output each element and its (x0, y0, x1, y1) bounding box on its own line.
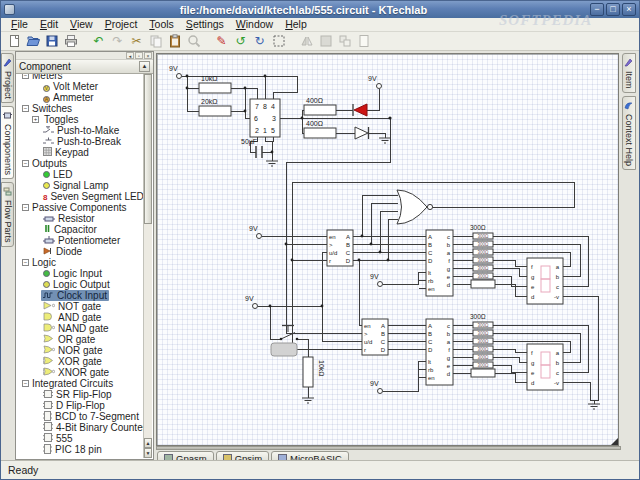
sidebar-item-wrap: Logic Input (41, 268, 104, 279)
sidebar-item-pic-18-pin[interactable]: PIC 18 pin (17, 444, 143, 455)
sidebar-item-logic-input[interactable]: Logic Input (17, 268, 143, 279)
svg-text:C: C (381, 339, 386, 345)
open-file-button[interactable] (24, 33, 42, 50)
circuit-schematic[interactable]: 9V 9V 9V 9V 9V 9V 10kΩ 20kΩ (157, 54, 620, 447)
menu-help[interactable]: Help (279, 18, 313, 31)
sidebar-item-push-to-make[interactable]: Push-to-Make (17, 125, 143, 136)
collapse-icon[interactable]: − (22, 204, 29, 211)
seven-segment-display-1[interactable]: f g e d a b c -v (527, 258, 563, 304)
sidebar-item-led[interactable]: LED (17, 169, 143, 180)
collapse-icon[interactable]: − (22, 105, 29, 112)
sidebar-group-logic[interactable]: −Logic (17, 257, 143, 268)
diode[interactable] (355, 127, 369, 139)
capacitor[interactable] (256, 146, 262, 158)
sidebar-item-label: NOR gate (58, 345, 102, 356)
expand-icon[interactable]: + (32, 116, 39, 123)
sidebar-group-outputs[interactable]: −Outputs (17, 158, 143, 169)
maximize-button[interactable]: □ (606, 3, 620, 16)
push-to-make-switch[interactable] (271, 326, 298, 357)
select-region-button[interactable] (270, 33, 288, 50)
sidebar-item-d-flip-flop[interactable]: D Flip-Flop (17, 400, 143, 411)
menu-edit[interactable]: Edit (34, 18, 64, 31)
sidebar-item-diode[interactable]: Diode (17, 246, 143, 257)
sidebar-item-resistor[interactable]: Resistor (17, 213, 143, 224)
binary-counter-2[interactable]: en > u/d r A B C D (362, 319, 388, 355)
rotate-cw-button[interactable]: ↻ (251, 33, 269, 50)
nor-gate[interactable] (397, 190, 433, 224)
scrollbar-up-button[interactable]: ▲ (144, 438, 152, 448)
save-button[interactable] (43, 33, 61, 50)
sidebar-item-xnor-gate[interactable]: XNOR gate (17, 367, 143, 378)
seven-segment-display-2[interactable]: f g e d a b c -v (527, 344, 563, 390)
new-file-button[interactable] (5, 33, 23, 50)
led[interactable] (353, 104, 367, 116)
sidebar-item-toggles[interactable]: +Toggles (17, 114, 143, 125)
collapse-icon[interactable]: − (22, 74, 29, 79)
dock-restore-icon[interactable]: ▫ (135, 52, 143, 59)
sidebar-group-integrated-circuits[interactable]: −Integrated Circuits (17, 378, 143, 389)
collapse-icon[interactable]: − (22, 380, 29, 387)
print-button[interactable] (62, 33, 80, 50)
title-bar[interactable]: file:/home/david/ktechlab/555.circuit - … (1, 1, 639, 18)
sidebar-item-not-gate[interactable]: NOT gate (17, 301, 143, 312)
svg-text:d: d (531, 294, 534, 300)
circuit-canvas[interactable]: 9V 9V 9V 9V 9V 9V 10kΩ 20kΩ (156, 53, 619, 446)
sidebar-scrollbar[interactable]: ▲ ▼ (143, 74, 152, 458)
sidebar-item-potentiometer[interactable]: Potentiometer (17, 235, 143, 246)
sidebar-item-logic-output[interactable]: Logic Output (17, 279, 143, 290)
collapse-icon[interactable]: − (22, 259, 29, 266)
menu-tools[interactable]: Tools (143, 18, 180, 31)
sidebar-item-nand-gate[interactable]: NAND gate (17, 323, 143, 334)
draw-pen-button[interactable]: ✎ (213, 33, 231, 50)
sidebar-tab-flow-parts[interactable]: Flow Parts (1, 182, 14, 247)
sidebar-item-sr-flip-flop[interactable]: SR Flip-Flop (17, 389, 143, 400)
sidebar-tab-project[interactable]: Project (1, 53, 14, 103)
collapse-icon[interactable]: − (22, 160, 29, 167)
scroll-up-button[interactable]: ▲ (139, 61, 150, 72)
sidebar-item-clock-input[interactable]: Clock Input (17, 290, 143, 301)
sidebar-item-xor-gate[interactable]: XOR gate (17, 356, 143, 367)
sidebar-item-signal-lamp[interactable]: Signal Lamp (17, 180, 143, 191)
sidebar-item-and-gate[interactable]: AND gate (17, 312, 143, 323)
right-tab-item[interactable]: Item (622, 53, 636, 93)
menu-project[interactable]: Project (99, 18, 144, 31)
scrollbar-thumb[interactable] (144, 74, 152, 224)
binary-counter-1[interactable]: en > u/d r A B C D (327, 230, 353, 266)
sidebar-group-switches[interactable]: −Switches (17, 103, 143, 114)
right-tab-context-help[interactable]: Context Help (622, 96, 636, 170)
sidebar-item-capacitor[interactable]: Capacitor (17, 224, 143, 235)
bcd-to-7-segment-1[interactable]: A B C D lt rb en c b a f g e d (426, 230, 453, 296)
rotate-ccw-button[interactable]: ↺ (232, 33, 250, 50)
sidebar-item-keypad[interactable]: Keypad (17, 147, 143, 158)
paste-button[interactable] (166, 33, 184, 50)
sidebar-item-nor-gate[interactable]: NOR gate (17, 345, 143, 356)
sidebar-group-passive-components[interactable]: −Passive Components (17, 202, 143, 213)
sidebar-tab-components[interactable]: Components (1, 106, 14, 179)
sidebar-item-555[interactable]: 555 (17, 433, 143, 444)
undo-button[interactable]: ↶ (90, 33, 108, 50)
sidebar-item-bcd-to-7-segment[interactable]: BCD to 7-Segment (17, 411, 143, 422)
cut-button[interactable]: ✂ (128, 33, 146, 50)
sidebar-item-or-gate[interactable]: OR gate (17, 334, 143, 345)
dock-left-icon[interactable]: ◂ (126, 52, 134, 59)
bcd-to-7-segment-2[interactable]: A B C D lt rb en c b a f g e d (426, 319, 453, 385)
dock-close-icon[interactable]: × (144, 52, 152, 59)
minimize-button[interactable]: − (590, 3, 604, 16)
scrollbar-down-button[interactable]: ▼ (144, 448, 152, 458)
sidebar-group-meters[interactable]: −Meters (17, 74, 143, 81)
sidebar-item-label: PIC 18 pin (55, 444, 102, 455)
menu-file[interactable]: File (5, 18, 34, 31)
close-button[interactable]: × (622, 3, 636, 16)
menu-view[interactable]: View (64, 18, 99, 31)
sidebar-item-ammeter[interactable]: AAmmeter (17, 92, 143, 103)
canvas-resize-handle[interactable] (611, 438, 618, 445)
seven-segment-led-icon: 8 (43, 191, 47, 202)
ic-555[interactable]: 7 8 4 6 3 2 1 5 (250, 99, 280, 137)
menu-settings[interactable]: Settings (180, 18, 230, 31)
right-tab-strip: ItemContext Help (620, 53, 639, 460)
sidebar-item-push-to-break[interactable]: Push-to-Break (17, 136, 143, 147)
sidebar-item-volt-meter[interactable]: VVolt Meter (17, 81, 143, 92)
sidebar-item-4-bit-binary-counter[interactable]: 4-Bit Binary Counter (17, 422, 143, 433)
sidebar-item-seven-segment-led[interactable]: 8Seven Segment LED (17, 191, 143, 202)
menu-window[interactable]: Window (230, 18, 279, 31)
